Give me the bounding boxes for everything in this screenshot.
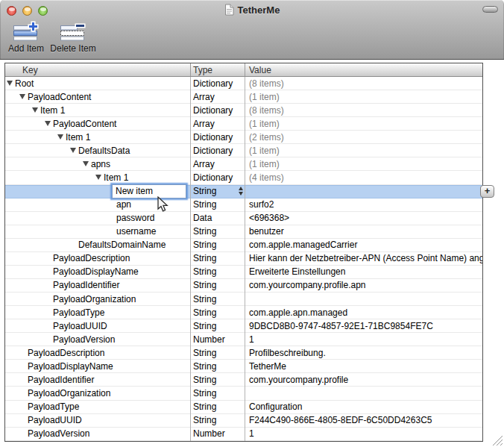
type-cell[interactable]: String — [190, 225, 245, 238]
type-cell[interactable]: String — [190, 401, 245, 413]
plist-row-payloaddisplayname[interactable]: PayloadDisplayNameStringErweiterte Einst… — [5, 266, 482, 279]
add-row-button[interactable]: + — [480, 185, 494, 198]
value-cell[interactable]: com.apple.apn.managed — [245, 306, 482, 319]
value-cell[interactable]: com.yourcompany.profile — [245, 373, 482, 386]
column-header-type[interactable]: Type — [193, 63, 212, 76]
disclosure-triangle-icon[interactable] — [19, 94, 28, 99]
plist-row-payloaddescription[interactable]: PayloadDescriptionStringProfilbeschreibu… — [5, 346, 482, 360]
value-cell[interactable]: (8 items) — [245, 77, 482, 90]
type-cell[interactable]: String — [190, 360, 245, 372]
value-cell[interactable]: com.yourcompany.profile.apn — [245, 279, 482, 292]
type-cell[interactable]: String — [190, 239, 245, 251]
key-edit-field[interactable]: New item — [112, 184, 186, 199]
plist-row-payloaddescription[interactable]: PayloadDescriptionStringHier kann der Ne… — [5, 252, 482, 266]
plist-row-payloaduuid[interactable]: PayloadUUIDStringF244C490-866E-4805-8EDF… — [5, 414, 482, 428]
plist-row-payloaddisplayname[interactable]: PayloadDisplayNameStringTetherMe — [5, 360, 482, 373]
value-cell[interactable] — [245, 387, 482, 399]
disclosure-triangle-icon[interactable] — [83, 161, 91, 166]
value-cell[interactable]: F244C490-866E-4805-8EDF-6C50DD4263C5 — [245, 414, 482, 427]
type-cell[interactable]: String — [190, 319, 245, 332]
plist-row-payloadidentifier[interactable]: PayloadIdentifierStringcom.yourcompany.p… — [5, 373, 482, 387]
value-cell[interactable]: (4 items) — [245, 171, 482, 184]
disclosure-triangle-icon[interactable] — [32, 107, 40, 113]
plist-row-payloadorganization[interactable]: PayloadOrganizationString — [5, 387, 482, 400]
plist-row-username[interactable]: usernameStringbenutzer — [5, 225, 482, 239]
plist-row-item-1[interactable]: Item 1Dictionary(4 items) — [5, 171, 482, 184]
type-cell[interactable]: String — [190, 373, 245, 386]
value-cell[interactable]: com.apple.managedCarrier — [245, 239, 482, 251]
plist-row-root[interactable]: RootDictionary(8 items) — [5, 77, 482, 90]
type-cell[interactable]: Dictionary — [190, 144, 245, 157]
disclosure-triangle-icon[interactable] — [95, 175, 104, 180]
plist-row-defaultsdomainname[interactable]: DefaultsDomainNameStringcom.apple.manage… — [5, 239, 482, 252]
value-cell[interactable]: 1 — [245, 428, 482, 440]
zoom-button[interactable] — [38, 6, 48, 16]
plist-row-item-1[interactable]: Item 1Dictionary(8 items) — [5, 104, 482, 117]
value-cell[interactable]: Configuration — [245, 401, 482, 413]
add-item-button[interactable]: Add Item — [4, 21, 48, 54]
type-cell[interactable]: String — [190, 387, 245, 399]
value-cell[interactable]: 1 — [245, 333, 482, 346]
type-cell[interactable]: Number — [190, 428, 245, 440]
type-cell[interactable]: Array — [190, 157, 245, 170]
plist-row-new-item[interactable]: StringNew item+ — [5, 185, 482, 199]
plist-row-payloadcontent[interactable]: PayloadContentArray(1 item) — [5, 117, 482, 131]
type-cell[interactable]: String — [190, 306, 245, 319]
minimize-button[interactable] — [22, 6, 32, 16]
type-cell[interactable]: String — [190, 293, 245, 305]
plist-row-apn[interactable]: apnStringsurfo2 — [5, 199, 482, 212]
plist-row-payloadcontent[interactable]: PayloadContentArray(1 item) — [5, 90, 482, 104]
value-cell[interactable] — [245, 185, 482, 198]
value-cell[interactable]: 9DBCD8B0-9747-4857-92E1-71BC9854FE7C — [245, 319, 482, 332]
type-stepper[interactable] — [239, 187, 243, 196]
disclosure-triangle-icon[interactable] — [45, 121, 53, 126]
disclosure-triangle-icon[interactable] — [57, 134, 66, 140]
column-header-value[interactable]: Value — [249, 63, 271, 76]
resize-grip[interactable] — [491, 434, 503, 446]
plist-row-payloadorganization[interactable]: PayloadOrganizationString — [5, 293, 482, 306]
value-cell[interactable]: surfo2 — [245, 199, 482, 211]
value-cell[interactable]: (1 item) — [245, 117, 482, 130]
type-cell[interactable]: Number — [190, 333, 245, 346]
type-cell[interactable]: String — [190, 199, 245, 211]
type-cell[interactable]: Array — [190, 90, 245, 103]
plist-row-defaultsdata[interactable]: DefaultsDataDictionary(1 item) — [5, 144, 482, 157]
type-cell[interactable]: Array — [190, 117, 245, 130]
value-cell[interactable]: <696368> — [245, 212, 482, 225]
column-header-key[interactable]: Key — [22, 63, 38, 76]
disclosure-triangle-icon[interactable] — [7, 81, 15, 86]
type-cell[interactable]: Dictionary — [190, 171, 245, 184]
type-cell[interactable]: String — [190, 414, 245, 427]
plist-row-password[interactable]: passwordData<696368> — [5, 212, 482, 225]
value-cell[interactable]: Erweiterte Einstellungen — [245, 266, 482, 278]
value-cell[interactable]: (1 item) — [245, 157, 482, 170]
plist-row-payloadtype[interactable]: PayloadTypeStringcom.apple.apn.managed — [5, 306, 482, 319]
type-cell[interactable]: String — [190, 279, 245, 292]
value-cell[interactable]: (8 items) — [245, 104, 482, 116]
plist-row-payloadidentifier[interactable]: PayloadIdentifierStringcom.yourcompany.p… — [5, 279, 482, 293]
plist-row-item-1[interactable]: Item 1Dictionary(2 items) — [5, 131, 482, 144]
type-cell[interactable]: String — [190, 185, 245, 198]
value-cell[interactable] — [245, 293, 482, 305]
value-cell[interactable]: (2 items) — [245, 131, 482, 143]
type-cell[interactable]: String — [190, 252, 245, 265]
delete-item-button[interactable]: Delete Item — [46, 21, 100, 54]
type-cell[interactable]: Dictionary — [190, 77, 245, 90]
type-cell[interactable]: Data — [190, 212, 245, 225]
plist-row-payloaduuid[interactable]: PayloadUUIDString9DBCD8B0-9747-4857-92E1… — [5, 319, 482, 333]
disclosure-triangle-icon[interactable] — [70, 148, 78, 153]
type-cell[interactable]: String — [190, 266, 245, 278]
value-cell[interactable]: Hier kann der Netzbetreiber-APN (Access … — [245, 252, 482, 265]
type-cell[interactable]: Dictionary — [190, 131, 245, 143]
value-cell[interactable]: TetherMe — [245, 360, 482, 372]
value-cell[interactable]: (1 item) — [245, 90, 482, 103]
value-cell[interactable]: Profilbeschreibung. — [245, 346, 482, 359]
type-cell[interactable]: Dictionary — [190, 104, 245, 116]
plist-row-apns[interactable]: apnsArray(1 item) — [5, 157, 482, 171]
plist-row-payloadversion[interactable]: PayloadVersionNumber1 — [5, 428, 482, 441]
type-cell[interactable]: String — [190, 346, 245, 359]
value-cell[interactable]: (1 item) — [245, 144, 482, 157]
close-button[interactable] — [7, 6, 16, 16]
plist-row-payloadtype[interactable]: PayloadTypeStringConfiguration — [5, 401, 482, 414]
plist-row-payloadversion[interactable]: PayloadVersionNumber1 — [5, 333, 482, 346]
